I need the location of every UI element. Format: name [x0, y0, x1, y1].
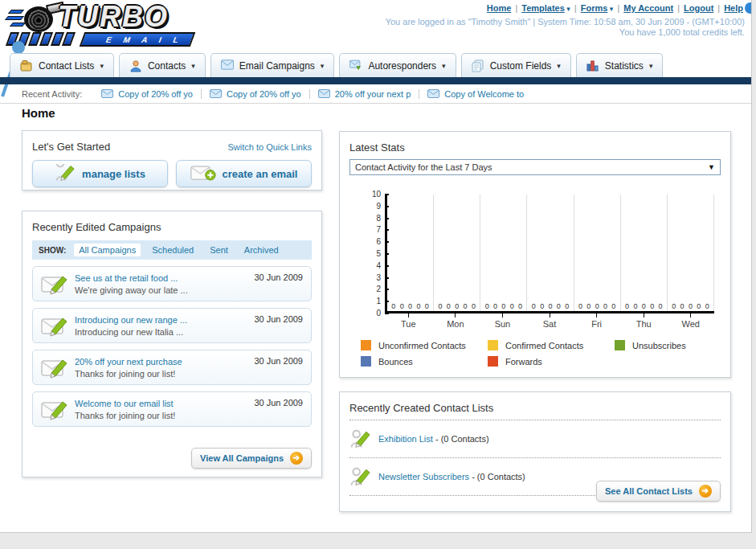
filter-all-campaigns[interactable]: All Campaigns [74, 244, 141, 256]
recent-activity-item[interactable]: Copy of 20% off yo [202, 89, 310, 99]
tab-autoresponders[interactable]: Autoresponders▾ [339, 53, 456, 77]
campaign-card[interactable]: Welcome to our email listThanks for join… [32, 391, 312, 427]
recent-activity-link[interactable]: 20% off your next p [335, 89, 411, 99]
legend-label: Bounces [378, 357, 413, 367]
header-link-templates[interactable]: Templates [521, 3, 565, 13]
y-axis-tick-label: 7 [376, 225, 381, 234]
latest-stats-title: Latest Stats [349, 141, 721, 154]
contact-list-link[interactable]: Exhibition List [378, 434, 433, 444]
recent-activity-item[interactable]: Copy of Welcome to [419, 89, 532, 99]
tab-contacts[interactable]: Contacts▾ [119, 53, 206, 77]
create-email-button[interactable]: create an email [176, 160, 312, 187]
bar-value-label: 0 [586, 302, 590, 310]
recent-activity-item[interactable]: 20% off your next p [310, 89, 420, 99]
y-axis-tick-label: 5 [376, 249, 381, 258]
y-axis-tick [385, 277, 389, 279]
header-link-logout[interactable]: Logout [684, 3, 713, 13]
y-axis-tick-label: 2 [376, 285, 381, 293]
nav-tabs: Contact Lists▾Contacts▾Email Campaigns▾A… [10, 53, 663, 77]
tab-label: Email Campaigns [239, 60, 315, 72]
legend-swatch [615, 340, 625, 350]
x-axis-tick [550, 313, 550, 318]
recent-activity-items: Copy of 20% off yoCopy of 20% off yo20% … [93, 89, 532, 99]
chevron-down-icon: ▾ [191, 62, 195, 70]
turbo-swirl-icon [24, 6, 53, 32]
bar-value-label: 0 [391, 302, 395, 310]
page-title: Home [22, 106, 55, 120]
recent-activity-item[interactable]: Copy of 20% off yo [93, 89, 202, 99]
envelope-pencil-icon [41, 273, 68, 295]
contact-list-link[interactable]: Newsletter Subscribers [378, 472, 469, 481]
header-link-my-account[interactable]: My Account [623, 3, 673, 13]
y-axis-tick [385, 194, 389, 195]
switch-quick-links[interactable]: Switch to Quick Links [227, 142, 312, 152]
tab-label: Autoresponders [368, 60, 436, 72]
bar-value-label: 0 [464, 302, 468, 310]
campaign-title-link[interactable]: Welcome to our email list [75, 399, 174, 408]
y-axis-tick [385, 313, 389, 314]
view-all-campaigns-button[interactable]: View All Campaigns ➔ [191, 448, 312, 469]
campaign-title-link[interactable]: 20% off your next purchase [75, 357, 182, 367]
campaign-date: 30 Jun 2009 [254, 392, 303, 408]
legend-swatch [361, 356, 371, 367]
dotted-divider [349, 457, 721, 458]
envelope-plus-icon [190, 165, 216, 182]
recent-activity-link[interactable]: Copy of Welcome to [444, 89, 524, 99]
campaign-date: 30 Jun 2009 [254, 309, 303, 324]
x-axis-tick [644, 313, 644, 318]
campaign-title-link[interactable]: See us at the retail food ... [75, 273, 178, 283]
campaign-card[interactable]: 20% off your next purchaseThanks for joi… [32, 350, 312, 385]
filter-scheduled[interactable]: Scheduled [147, 244, 198, 256]
recent-activity-link[interactable]: Copy of 20% off yo [227, 89, 301, 99]
campaign-card[interactable]: Introducing our new range ...Introducing… [32, 308, 312, 343]
contact-activity-chart: 0123456789100000000000000000000000000000… [385, 195, 721, 329]
envelope-icon [101, 89, 113, 98]
chart-day-group: 00000 [434, 195, 480, 311]
legend-label: Confirmed Contacts [505, 341, 583, 350]
y-axis-tick [385, 253, 389, 255]
separator: | [515, 3, 517, 13]
tab-contact-lists[interactable]: Contact Lists▾ [10, 53, 114, 77]
legend-label: Unsubscribes [632, 341, 686, 350]
filter-archived[interactable]: Archived [239, 244, 284, 256]
login-status-text: You are logged in as "Timothy Smith" | S… [386, 17, 745, 27]
campaign-card[interactable]: See us at the retail food ...We're givin… [32, 266, 312, 301]
separator: | [677, 3, 680, 13]
separator: | [717, 3, 720, 13]
contact-list-item[interactable]: Exhibition List - (0 Contacts) [349, 426, 721, 452]
bar-value-label: 0 [650, 302, 654, 310]
x-axis-day-label: Sat [526, 313, 574, 329]
tab-custom-fields[interactable]: Custom Fields▾ [461, 53, 571, 77]
campaign-subtitle: Thanks for joining our list! [75, 369, 175, 379]
manage-lists-button[interactable]: manage lists [32, 160, 168, 187]
see-all-contact-lists-button[interactable]: See All Contact Lists ➔ [596, 481, 721, 502]
contact-list-count: - (0 Contacts) [433, 434, 489, 444]
view-all-campaigns-label: View All Campaigns [200, 453, 284, 463]
filter-sent[interactable]: Sent [205, 244, 233, 256]
tab-label: Custom Fields [490, 60, 552, 72]
show-label: SHOW: [39, 246, 66, 255]
contact-lists-title: Recently Created Contact Lists [349, 402, 721, 414]
bar-value-label: 0 [416, 302, 420, 310]
header-link-help[interactable]: Help [724, 3, 743, 13]
header-link-forms[interactable]: Forms [581, 3, 608, 13]
bar-value-label: 0 [697, 302, 701, 310]
y-axis-tick-label: 3 [376, 273, 381, 282]
logo-email-bar: E M A I L [80, 32, 196, 47]
x-axis-tick [455, 313, 456, 318]
stats-range-select[interactable]: Contact Activity for the Last 7 Days ▼ [349, 159, 721, 175]
recent-activity-bar: Recent Activity: Copy of 20% off yoCopy … [0, 84, 752, 104]
tab-email-campaigns[interactable]: Email Campaigns▾ [210, 53, 335, 77]
bar-value-label: 0 [532, 302, 536, 310]
envelope-icon [210, 89, 222, 98]
person-pencil-icon [349, 428, 370, 450]
recent-activity-label: Recent Activity: [22, 89, 82, 99]
campaign-title-link[interactable]: Introducing our new range ... [75, 315, 187, 325]
envelope-pencil-icon [41, 399, 68, 420]
help-icon[interactable] [745, 2, 752, 14]
contact-lists-panel: Recently Created Contact Lists Exhibitio… [339, 391, 731, 512]
recent-activity-link[interactable]: Copy of 20% off yo [118, 89, 193, 99]
tab-statistics[interactable]: Statistics▾ [576, 53, 664, 77]
separator: | [617, 3, 619, 13]
header-link-home[interactable]: Home [487, 3, 512, 13]
